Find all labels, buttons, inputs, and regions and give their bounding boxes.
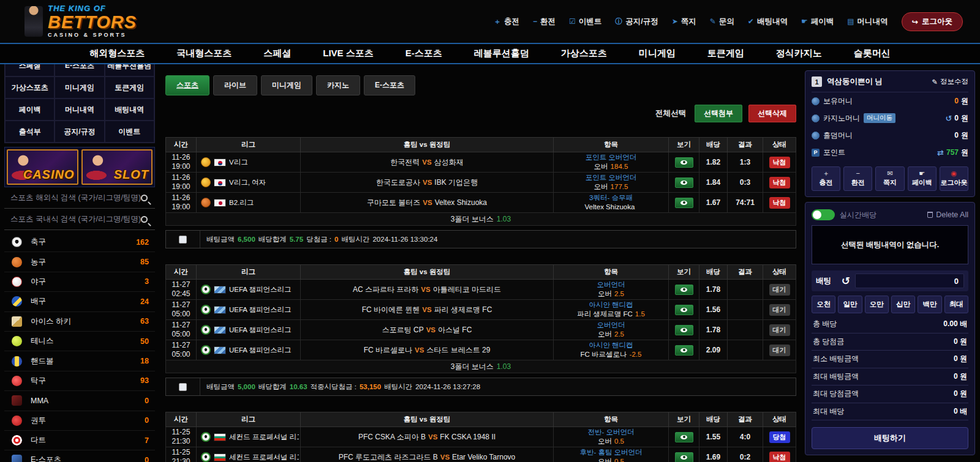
select-all-label[interactable]: 전체선택 xyxy=(655,108,686,119)
nav-casino[interactable]: 정식카지노 xyxy=(776,48,822,59)
sidebar-item-esports[interactable]: E-스포츠0 xyxy=(4,450,155,462)
quick-minigame[interactable]: 미니게임 xyxy=(55,76,104,99)
amount-1000000-button[interactable]: 백만 xyxy=(918,296,941,313)
darts-icon xyxy=(12,435,22,445)
quick-notice[interactable]: 공지/규정 xyxy=(55,121,104,143)
nav-virtual-sports[interactable]: 가상스포츠 xyxy=(561,48,607,59)
delete-all-button[interactable]: Delete All xyxy=(927,211,968,219)
place-bet-button[interactable]: 배팅하기 xyxy=(812,427,968,449)
quick-bet-history[interactable]: 배팅내역 xyxy=(105,99,154,121)
withdraw-button[interactable]: −환전 xyxy=(843,166,872,191)
exchange-icon[interactable]: ⇄ xyxy=(937,148,944,157)
delete-selected-button[interactable]: 선택삭제 xyxy=(748,105,796,122)
quick-token-game[interactable]: 토큰게임 xyxy=(105,76,154,99)
nav-domestic-sports[interactable]: 국내형스포츠 xyxy=(176,48,232,59)
quick-virtual-sports[interactable]: 가상스포츠 xyxy=(5,76,55,99)
menu-inquiry[interactable]: ✎문의 xyxy=(710,17,734,27)
view-button[interactable] xyxy=(675,157,693,168)
menu-payback[interactable]: ☛페이백 xyxy=(801,17,834,27)
nav-special[interactable]: 스페셜 xyxy=(263,48,291,59)
live-odds-toggle[interactable] xyxy=(812,209,835,220)
tab-casino[interactable]: 카지노 xyxy=(316,75,360,95)
amount-50000-button[interactable]: 오만 xyxy=(865,296,889,313)
sport-icon xyxy=(201,345,211,355)
nav-minigame[interactable]: 미니게임 xyxy=(639,48,676,59)
quick-event[interactable]: 이벤트 xyxy=(105,121,154,143)
nav-token-game[interactable]: 토큰게임 xyxy=(707,48,744,59)
bet-amount-input[interactable]: 0 xyxy=(855,274,964,288)
brand-logo[interactable]: THE KING OF BETTORS CASINO & SPORTS xyxy=(24,4,137,39)
sidebar-item-ice-hockey[interactable]: 아이스 하키63 xyxy=(4,312,155,332)
sidebar-item-volleyball[interactable]: 배구24 xyxy=(4,292,155,311)
search-intl-input[interactable]: 스포츠 해외식 검색 (국가/리그명/팀명) xyxy=(10,193,141,203)
slot-banner[interactable]: SLOT xyxy=(81,149,153,185)
nav-esports[interactable]: E-스포츠 xyxy=(405,48,442,59)
view-button[interactable] xyxy=(675,177,693,188)
tab-live[interactable]: 라이브 xyxy=(213,75,257,95)
sport-icon xyxy=(201,157,211,167)
menu-bet-history[interactable]: ✔배팅내역 xyxy=(748,17,788,27)
menu-deposit[interactable]: ＋충전 xyxy=(494,17,519,27)
reset-icon[interactable]: ↺ xyxy=(842,275,850,288)
quick-money-history[interactable]: 머니내역 xyxy=(55,99,104,121)
sidebar-item-soccer[interactable]: 축구162 xyxy=(4,233,155,252)
menu-event[interactable]: ☑이벤트 xyxy=(569,17,601,27)
user-actions: ＋충전 −환전 ✉쪽지 ☛페이백 ◉로그아웃 xyxy=(812,166,968,191)
table-header-row: 시간리그홈팀 vs 원정팀항목 보기배당결과상태 xyxy=(166,265,796,280)
nav-overseas-sports[interactable]: 해외형스포츠 xyxy=(89,48,145,59)
nav-revolution-holdem[interactable]: 레볼루션홀덤 xyxy=(474,48,529,59)
view-button[interactable] xyxy=(675,305,693,315)
quick-attendance[interactable]: 출석부 xyxy=(5,121,55,143)
view-button[interactable] xyxy=(675,452,693,462)
view-button[interactable] xyxy=(675,432,693,442)
nav-live-sports[interactable]: LIVE 스포츠 xyxy=(323,48,374,59)
quick-esports[interactable]: E-스포츠 xyxy=(55,64,104,76)
search-domestic-input[interactable]: 스포츠 국내식 검색 (국가/리그명/팀명) xyxy=(10,214,141,225)
nav-slot[interactable]: 슬롯머신 xyxy=(854,48,891,59)
refresh-icon[interactable]: ↺ xyxy=(945,114,952,123)
search-icon[interactable] xyxy=(141,216,148,223)
sidebar-item-table-tennis[interactable]: 탁구93 xyxy=(4,371,155,391)
view-button[interactable] xyxy=(675,345,693,356)
view-button[interactable] xyxy=(675,325,693,335)
logout-button[interactable]: ↪로그아웃 xyxy=(902,12,963,31)
summary-checkbox[interactable] xyxy=(179,383,187,391)
menu-notice[interactable]: ⓘ공지/규정 xyxy=(615,17,658,27)
sidebar-item-baseball[interactable]: 야구3 xyxy=(4,272,155,292)
view-button[interactable] xyxy=(675,198,693,208)
sidebar-item-mma[interactable]: MMA0 xyxy=(4,391,155,411)
sidebar-item-handball[interactable]: 핸드볼18 xyxy=(4,351,155,371)
sidebar-item-tennis[interactable]: 테니스50 xyxy=(4,332,155,351)
message-button[interactable]: ✉쪽지 xyxy=(875,166,904,191)
deposit-button[interactable]: ＋충전 xyxy=(812,166,840,191)
quick-revolution-holdem[interactable]: 레볼루션홀덤 xyxy=(105,64,154,76)
menu-withdraw[interactable]: −환전 xyxy=(533,17,556,27)
table-header-row: 시간리그홈팀 vs 원정팀항목 보기배당결과상태 xyxy=(166,412,796,427)
sidebar-item-darts[interactable]: 다트7 xyxy=(4,431,155,450)
tab-esports[interactable]: E-스포츠 xyxy=(364,75,415,95)
status-badge: 대기 xyxy=(769,345,790,356)
tab-sports[interactable]: 스포츠 xyxy=(165,75,209,95)
quick-payback[interactable]: 페이백 xyxy=(5,99,55,121)
tab-minigame[interactable]: 미니게임 xyxy=(261,75,312,95)
event-time: 11-2521:30 xyxy=(166,447,197,462)
view-button[interactable] xyxy=(675,285,693,295)
sidebar-item-basketball[interactable]: 농구85 xyxy=(4,252,155,272)
money-move-button[interactable]: 머니이동 xyxy=(864,113,895,123)
attach-selected-button[interactable]: 선택첨부 xyxy=(695,105,742,122)
menu-money-history[interactable]: ▤머니내역 xyxy=(847,17,888,27)
amount-5000-button[interactable]: 오천 xyxy=(812,296,835,313)
amount-100000-button[interactable]: 십만 xyxy=(891,296,915,313)
payback-button[interactable]: ☛페이백 xyxy=(908,166,937,191)
logout-button[interactable]: ◉로그아웃 xyxy=(940,166,968,191)
edit-profile-link[interactable]: ✎정보수정 xyxy=(932,77,968,86)
menu-message[interactable]: ➤쪽지 xyxy=(672,17,696,27)
quick-special[interactable]: 스페셜 xyxy=(5,64,55,76)
amount-10000-button[interactable]: 일만 xyxy=(838,296,862,313)
summary-checkbox[interactable] xyxy=(179,236,187,244)
amount-max-button[interactable]: 최대 xyxy=(944,296,968,313)
search-icon[interactable] xyxy=(141,195,148,201)
casino-banner[interactable]: CASINO xyxy=(7,149,78,185)
sidebar-item-boxing[interactable]: 권투0 xyxy=(4,411,155,431)
result-score xyxy=(728,280,763,300)
